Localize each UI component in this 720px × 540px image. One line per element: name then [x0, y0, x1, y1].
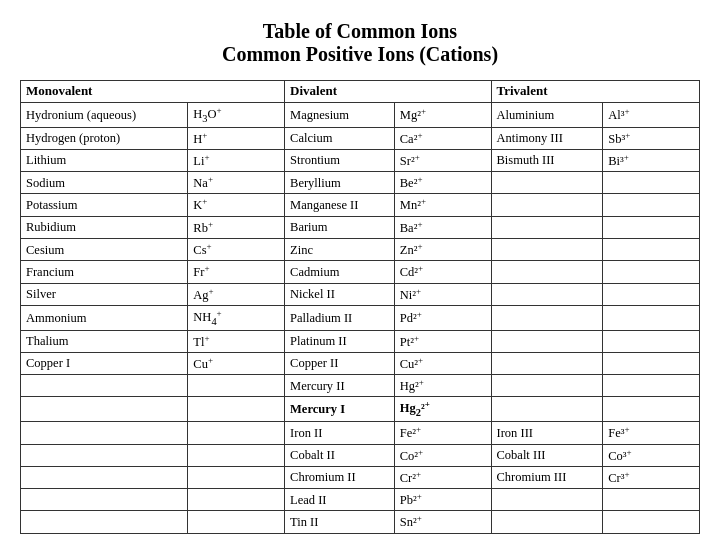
table-row: RubidiumRb+BariumBa²+: [21, 216, 700, 238]
di-name: Zinc: [285, 239, 395, 261]
tri-symbol: [603, 172, 700, 194]
tri-symbol: [603, 375, 700, 397]
tri-name: [491, 489, 603, 511]
di-symbol: Hg2²+: [394, 397, 491, 422]
tri-symbol: [603, 261, 700, 283]
mono-name: [21, 397, 188, 422]
di-symbol: Hg²+: [394, 375, 491, 397]
di-name: Tin II: [285, 511, 395, 533]
table-row: Tin IISn²+: [21, 511, 700, 533]
mono-symbol: [188, 466, 285, 488]
tri-symbol: [603, 397, 700, 422]
di-name: Chromium II: [285, 466, 395, 488]
di-symbol: Sr²+: [394, 149, 491, 171]
tri-symbol: [603, 352, 700, 374]
di-name: Strontium: [285, 149, 395, 171]
mono-symbol: Tl+: [188, 330, 285, 352]
di-name: Palladium II: [285, 305, 395, 330]
di-symbol: Ni²+: [394, 283, 491, 305]
tri-name: Bismuth III: [491, 149, 603, 171]
mono-name: Potassium: [21, 194, 188, 216]
di-symbol: Mg²+: [394, 102, 491, 127]
tri-name: Chromium III: [491, 466, 603, 488]
mono-name: Silver: [21, 283, 188, 305]
tri-symbol: Al³+: [603, 102, 700, 127]
table-row: ThaliumTl+Platinum IIPt²+: [21, 330, 700, 352]
di-name: Barium: [285, 216, 395, 238]
mono-symbol: Rb+: [188, 216, 285, 238]
di-symbol: Ca²+: [394, 127, 491, 149]
di-symbol: Cu²+: [394, 352, 491, 374]
table-row: Chromium IICr²+Chromium IIICr³+: [21, 466, 700, 488]
mono-symbol: Na+: [188, 172, 285, 194]
tri-name: [491, 194, 603, 216]
mono-symbol: Fr+: [188, 261, 285, 283]
tri-symbol: Fe³+: [603, 422, 700, 444]
table-row: Cobalt IICo²+Cobalt IIICo³+: [21, 444, 700, 466]
tri-symbol: [603, 194, 700, 216]
di-symbol: Ba²+: [394, 216, 491, 238]
di-symbol: Cd²+: [394, 261, 491, 283]
mono-name: Hydronium (aqueous): [21, 102, 188, 127]
table-row: FranciumFr+CadmiumCd²+: [21, 261, 700, 283]
mono-symbol: NH4+: [188, 305, 285, 330]
mono-name: Lithium: [21, 149, 188, 171]
header-trivalent: Trivalent: [491, 81, 699, 103]
mono-symbol: [188, 422, 285, 444]
di-symbol: Pd²+: [394, 305, 491, 330]
tri-symbol: Sb³+: [603, 127, 700, 149]
tri-name: [491, 261, 603, 283]
mono-name: [21, 444, 188, 466]
table-row: Iron IIFe²+Iron IIIFe³+: [21, 422, 700, 444]
mono-symbol: K+: [188, 194, 285, 216]
tri-name: [491, 397, 603, 422]
tri-name: Antimony III: [491, 127, 603, 149]
di-name: Platinum II: [285, 330, 395, 352]
tri-symbol: [603, 489, 700, 511]
tri-symbol: [603, 216, 700, 238]
mono-symbol: Cs+: [188, 239, 285, 261]
di-symbol: Mn²+: [394, 194, 491, 216]
mono-symbol: [188, 375, 285, 397]
table-row: Lead IIPb²+: [21, 489, 700, 511]
di-symbol: Fe²+: [394, 422, 491, 444]
tri-symbol: Co³+: [603, 444, 700, 466]
table-row: PotassiumK+Manganese IIMn²+: [21, 194, 700, 216]
di-name: Beryllium: [285, 172, 395, 194]
table-row: Hydrogen (proton)H+CalciumCa²+Antimony I…: [21, 127, 700, 149]
page-title-line2: Common Positive Ions (Cations): [222, 43, 498, 66]
di-name: Mercury II: [285, 375, 395, 397]
di-name: Copper II: [285, 352, 395, 374]
di-name: Iron II: [285, 422, 395, 444]
tri-symbol: Bi³+: [603, 149, 700, 171]
tri-name: [491, 330, 603, 352]
mono-symbol: Cu+: [188, 352, 285, 374]
table-row: SilverAg+Nickel IINi²+: [21, 283, 700, 305]
mono-symbol: Li+: [188, 149, 285, 171]
mono-symbol: H+: [188, 127, 285, 149]
mono-name: Cesium: [21, 239, 188, 261]
tri-name: Iron III: [491, 422, 603, 444]
mono-name: Ammonium: [21, 305, 188, 330]
title-block: Table of Common Ions Common Positive Ion…: [222, 20, 498, 66]
di-symbol: Co²+: [394, 444, 491, 466]
tri-name: [491, 283, 603, 305]
mono-name: Thalium: [21, 330, 188, 352]
table-row: Mercury IHg2²+: [21, 397, 700, 422]
mono-symbol: H3O+: [188, 102, 285, 127]
mono-symbol: [188, 489, 285, 511]
tri-name: Cobalt III: [491, 444, 603, 466]
di-name: Cobalt II: [285, 444, 395, 466]
mono-name: Francium: [21, 261, 188, 283]
tri-name: [491, 239, 603, 261]
tri-name: [491, 352, 603, 374]
di-name: Magnesium: [285, 102, 395, 127]
mono-symbol: [188, 397, 285, 422]
mono-name: [21, 422, 188, 444]
tri-symbol: [603, 283, 700, 305]
mono-name: Hydrogen (proton): [21, 127, 188, 149]
tri-name: [491, 216, 603, 238]
di-name: Cadmium: [285, 261, 395, 283]
header-divalent: Divalent: [285, 81, 491, 103]
table-row: SodiumNa+BerylliumBe²+: [21, 172, 700, 194]
